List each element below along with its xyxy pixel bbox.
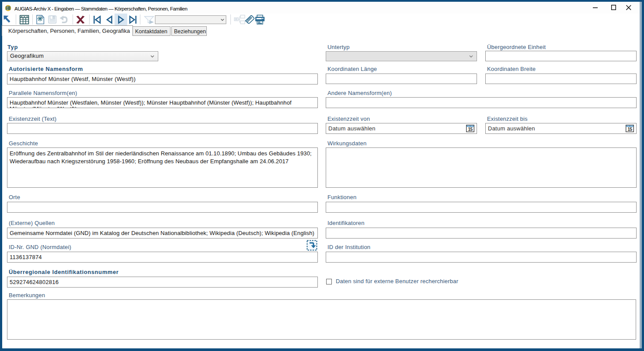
svg-text:15: 15 xyxy=(468,127,473,132)
svg-text:15: 15 xyxy=(627,127,632,132)
